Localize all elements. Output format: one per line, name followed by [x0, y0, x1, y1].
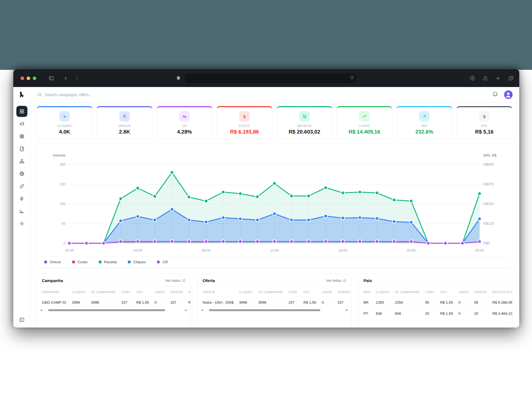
scroll-right-arrow[interactable]: ▶	[346, 309, 348, 311]
user-icon	[504, 90, 513, 99]
kpi-card-epc: $ EPC R$ 5,16	[456, 106, 512, 139]
traffic-chart-svg[interactable]: VolumeBRL R$200R$500150R$375100R$25050R$…	[41, 147, 508, 255]
column-header: CPC	[136, 287, 155, 297]
shield-icon[interactable]	[176, 75, 181, 81]
table-cell: 3996	[72, 297, 91, 308]
legend-item-custo[interactable]: Custo	[72, 260, 87, 264]
kpi-label: RECEITA	[279, 124, 330, 127]
svg-text:0: 0	[63, 241, 65, 245]
table-cell: R$ 1,55	[440, 297, 459, 308]
search-input[interactable]	[45, 93, 161, 97]
legend-dot	[128, 260, 131, 264]
country-table: PAÍSCLIQUESUC (CAMPANHA)CONV.CPCLEADSVEN…	[364, 287, 512, 319]
kpi-card-custo: $ CUSTO R$ 6.193,86	[216, 106, 272, 139]
table-cell: 157	[121, 297, 136, 308]
legend-label: Custo	[78, 260, 87, 264]
collapse-sidebar-icon[interactable]	[19, 317, 25, 324]
svg-text:150: 150	[60, 182, 65, 186]
legend-label: Receita	[104, 260, 117, 264]
downloads-icon[interactable]	[470, 75, 475, 81]
notifications-bell-icon[interactable]	[492, 91, 498, 98]
scroll-left-arrow[interactable]: ◀	[201, 309, 203, 311]
address-bar[interactable]	[185, 73, 357, 83]
browser-sidebar-toggle-icon[interactable]	[48, 75, 54, 81]
sidebar-item-links[interactable]	[16, 181, 27, 192]
forward-icon[interactable]	[74, 76, 79, 81]
svg-text:Volume: Volume	[53, 153, 66, 157]
column-header: VENDAS	[337, 287, 351, 297]
legend-label: Únicos	[50, 260, 61, 264]
svg-text:20:00: 20:00	[407, 249, 416, 252]
sidebar-item-landing-pages[interactable]	[16, 143, 27, 154]
sidebar-item-flows[interactable]	[16, 156, 27, 167]
svg-text:100: 100	[60, 202, 65, 206]
users-icon	[119, 111, 130, 122]
target-icon	[19, 134, 25, 139]
kpi-value: 4.0K	[39, 129, 90, 135]
tab-overview-icon[interactable]	[508, 75, 514, 81]
kpi-label: ROI	[399, 124, 450, 127]
legend-item-unicos[interactable]: Únicos	[44, 260, 61, 264]
view-all-link[interactable]: Ver todos	[165, 278, 185, 283]
browser-window: CLIQUES 4.0K ÚNICOS 2.8K %	[13, 69, 519, 328]
kpi-label: EPC	[459, 124, 510, 127]
column-header: LEADS	[322, 287, 337, 297]
sidebar	[13, 87, 30, 328]
sidebar-item-domains[interactable]	[16, 168, 27, 179]
zoom-window-button[interactable]	[33, 76, 36, 80]
table-cell: 157	[337, 297, 351, 308]
table-cell: 95	[425, 297, 440, 308]
app-logo[interactable]	[13, 87, 30, 103]
column-header: CONV.	[288, 287, 303, 297]
svg-text:08:00: 08:00	[202, 249, 211, 252]
scrollbar-track[interactable]	[205, 309, 344, 311]
kpi-label: CLIQUES	[39, 124, 90, 127]
scroll-right-arrow[interactable]: ▶	[185, 309, 187, 311]
new-tab-icon[interactable]	[495, 76, 501, 81]
scroll-left-arrow[interactable]: ◀	[40, 309, 42, 311]
table-cell: PT	[364, 308, 376, 319]
share-icon[interactable]	[483, 75, 488, 81]
sidebar-item-settings[interactable]	[16, 218, 27, 229]
sidebar-item-campaigns[interactable]	[16, 118, 27, 129]
table-title: País	[364, 278, 372, 283]
kpi-label: CR	[159, 124, 210, 127]
minimize-window-button[interactable]	[27, 76, 30, 80]
legend-item-receita[interactable]: Receita	[99, 260, 117, 264]
sidebar-item-offers[interactable]	[16, 131, 27, 142]
legend-item-cr[interactable]: CR	[157, 260, 168, 264]
gear-icon	[19, 221, 25, 226]
svg-text:50: 50	[62, 222, 65, 226]
table-cell: Nutra - USA - 200$	[203, 297, 239, 308]
table-cell: 3996	[239, 297, 258, 308]
table-cell: 0	[459, 297, 474, 308]
view-all-link[interactable]: Ver todos	[326, 278, 346, 283]
sidebar-item-integrations[interactable]	[16, 193, 27, 204]
svg-text:R$375: R$375	[484, 182, 494, 186]
reload-icon[interactable]	[350, 75, 354, 81]
table-cell: 2350	[395, 297, 425, 308]
horizontal-scrollbar: ◀ ▶	[198, 308, 351, 311]
column-header: CPC	[303, 287, 322, 297]
kpi-value: R$ 6.193,86	[219, 129, 270, 135]
sidebar-item-reports[interactable]	[16, 206, 27, 217]
back-icon[interactable]	[63, 76, 68, 81]
avatar[interactable]	[504, 90, 513, 99]
sidebar-item-dashboard[interactable]	[16, 106, 27, 117]
column-header: CLIQUES	[376, 287, 395, 297]
table-cell: R$ 3.484,10	[492, 308, 512, 319]
table-cell: 2350	[376, 297, 395, 308]
cursor-click-icon	[59, 111, 70, 122]
svg-text:200: 200	[60, 163, 65, 167]
close-window-button[interactable]	[21, 76, 24, 80]
scrollbar-thumb[interactable]	[48, 309, 165, 311]
scrollbar-thumb[interactable]	[209, 309, 320, 311]
campaign-table-card: Campanha Ver todos CAMPANHACLIQUESUC (CA…	[37, 274, 191, 328]
offer-table: OFERTACLIQUESUC (CAMPANHA)CONV.CPCLEADSV…	[203, 287, 351, 308]
legend-item-cliques[interactable]: Cliques	[128, 260, 146, 264]
dollar-glyph: $	[243, 114, 245, 119]
scrollbar-track[interactable]	[44, 309, 183, 311]
column-header: LEADS	[459, 287, 474, 297]
table-row: PT63663620R$ 1,55020R$ 3.484,10	[364, 308, 512, 319]
kpi-value: 4.28%	[159, 129, 210, 135]
